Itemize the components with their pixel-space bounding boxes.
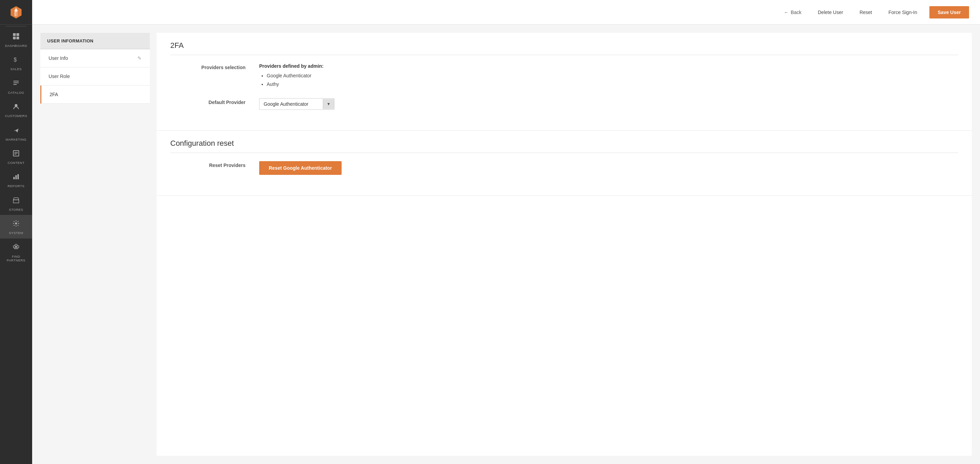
left-nav-label-user-role: User Role [49, 73, 70, 79]
reset-providers-row: Reset Providers Reset Google Authenticat… [170, 161, 958, 175]
reset-google-authenticator-label: Reset Google Authenticator [269, 165, 332, 171]
left-nav: USER INFORMATION User Info ✎ User Role 2… [40, 33, 150, 456]
sidebar-item-reports[interactable]: REPORTS [0, 168, 32, 191]
toolbar: ← Back Delete User Reset Force Sign-In S… [32, 0, 980, 25]
providers-selection-value: Providers defined by admin: Google Authe… [259, 63, 958, 89]
tfa-section: 2FA Providers selection Providers define… [157, 33, 972, 131]
default-provider-value: Google Authenticator Authy ▼ [259, 98, 958, 110]
svg-rect-16 [14, 154, 16, 155]
reset-google-authenticator-button[interactable]: Reset Google Authenticator [259, 161, 342, 175]
select-arrow-button[interactable]: ▼ [323, 99, 334, 109]
svg-rect-7 [16, 37, 19, 39]
sidebar-item-catalog[interactable]: CATALOG [0, 75, 32, 98]
customers-icon [12, 103, 20, 112]
page-body: USER INFORMATION User Info ✎ User Role 2… [32, 25, 980, 464]
catalog-icon [12, 80, 20, 89]
marketing-icon [12, 126, 20, 136]
main-content: ← Back Delete User Reset Force Sign-In S… [32, 0, 980, 464]
sidebar-item-content[interactable]: CONTENT [0, 145, 32, 168]
svg-rect-15 [14, 153, 18, 154]
sidebar-item-customers[interactable]: CUSTOMERS [0, 98, 32, 121]
force-signin-button[interactable]: Force Sign-In [884, 7, 921, 18]
save-user-button[interactable]: Save User [929, 6, 969, 19]
config-reset-section: Configuration reset Reset Providers Rese… [157, 131, 972, 196]
left-nav-label-2fa: 2FA [49, 92, 58, 97]
sidebar-item-label-stores: STORES [9, 208, 23, 212]
sidebar-logo [0, 0, 32, 25]
svg-point-21 [15, 222, 17, 225]
sidebar-item-label-reports: REPORTS [8, 184, 24, 188]
svg-rect-5 [16, 33, 19, 36]
default-provider-row: Default Provider Google Authenticator Au… [170, 98, 958, 110]
sidebar-item-label-content: CONTENT [8, 161, 24, 164]
force-signin-label: Force Sign-In [888, 10, 917, 15]
default-provider-select[interactable]: Google Authenticator Authy [259, 99, 323, 110]
svg-rect-10 [13, 83, 19, 83]
config-reset-title: Configuration reset [170, 139, 958, 153]
sidebar-item-label-customers: CUSTOMERS [5, 114, 27, 118]
save-user-label: Save User [938, 10, 961, 15]
find-partners-icon [12, 243, 20, 252]
svg-point-12 [15, 104, 18, 107]
svg-rect-4 [13, 33, 16, 36]
sidebar-item-system[interactable]: SYSTEM [0, 215, 32, 238]
svg-rect-11 [13, 84, 17, 85]
delete-user-label: Delete User [818, 10, 843, 15]
providers-defined-label: Providers defined by admin: [259, 63, 958, 69]
sidebar-divider [6, 26, 26, 26]
provider-item-google: Google Authenticator [267, 72, 958, 80]
sidebar-item-label-system: SYSTEM [9, 231, 23, 235]
left-nav-item-2fa[interactable]: 2FA [40, 86, 150, 104]
svg-rect-19 [18, 174, 19, 179]
default-provider-label: Default Provider [170, 98, 245, 105]
svg-rect-9 [13, 81, 19, 81]
left-nav-item-user-role[interactable]: User Role [40, 67, 150, 86]
system-icon [12, 220, 20, 229]
back-label: Back [791, 10, 802, 15]
left-nav-title: USER INFORMATION [47, 38, 93, 43]
providers-selection-label: Providers selection [170, 63, 245, 70]
providers-selection-row: Providers selection Providers defined by… [170, 63, 958, 89]
tfa-section-title: 2FA [170, 41, 958, 55]
delete-user-button[interactable]: Delete User [814, 7, 847, 18]
left-nav-header: USER INFORMATION [40, 33, 150, 49]
svg-text:$: $ [14, 57, 17, 63]
magento-logo-icon [8, 5, 24, 20]
providers-list: Google Authenticator Authy [259, 72, 958, 89]
sidebar-item-sales[interactable]: $ SALES [0, 51, 32, 74]
sidebar-item-find-partners[interactable]: FIND PARTNERS [0, 239, 32, 266]
left-nav-item-user-info[interactable]: User Info ✎ [40, 49, 150, 67]
edit-icon: ✎ [137, 56, 142, 61]
reports-icon [12, 173, 20, 182]
reset-providers-value: Reset Google Authenticator [259, 161, 958, 175]
svg-rect-17 [13, 177, 15, 179]
provider-item-authy: Authy [267, 80, 958, 89]
reset-button[interactable]: Reset [856, 7, 877, 18]
sidebar-item-label-marketing: MARKETING [6, 137, 27, 141]
sales-icon: $ [12, 56, 20, 65]
sidebar: DASHBOARD $ SALES CATALOG CUSTOMERS MARK… [0, 0, 32, 464]
reset-providers-label: Reset Providers [170, 161, 245, 168]
dashboard-icon [12, 32, 20, 42]
sidebar-item-label-sales: SALES [10, 67, 22, 71]
sidebar-item-stores[interactable]: STORES [0, 191, 32, 215]
back-arrow-icon: ← [784, 10, 789, 15]
content-icon [12, 150, 20, 159]
stores-icon [12, 196, 20, 206]
sidebar-item-label-catalog: CATALOG [8, 91, 24, 94]
back-button[interactable]: ← Back [780, 7, 806, 18]
main-panel: 2FA Providers selection Providers define… [157, 33, 972, 456]
reset-label: Reset [860, 10, 872, 15]
sidebar-item-marketing[interactable]: MARKETING [0, 121, 32, 145]
svg-rect-20 [13, 200, 19, 203]
sidebar-item-label-dashboard: DASHBOARD [5, 44, 27, 48]
sidebar-item-label-find-partners: FIND PARTNERS [3, 255, 29, 263]
default-provider-select-wrapper: Google Authenticator Authy ▼ [259, 98, 334, 110]
svg-rect-14 [14, 152, 18, 153]
svg-rect-6 [13, 37, 16, 39]
svg-rect-18 [15, 175, 17, 179]
left-nav-label-user-info: User Info [49, 56, 68, 61]
sidebar-item-dashboard[interactable]: DASHBOARD [0, 28, 32, 51]
